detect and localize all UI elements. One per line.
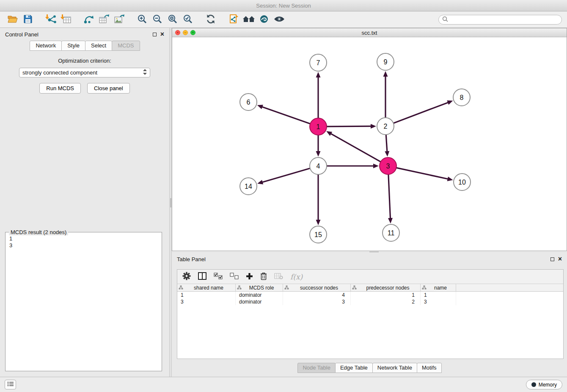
zoom-out-button[interactable] bbox=[150, 13, 165, 26]
show-panels-button[interactable] bbox=[5, 380, 16, 389]
show-columns-button[interactable] bbox=[198, 271, 206, 283]
zoom-fit-button[interactable] bbox=[165, 13, 180, 26]
export-table-icon bbox=[99, 14, 110, 25]
window-zoom-button[interactable]: + bbox=[190, 30, 195, 35]
apply-style-button[interactable] bbox=[256, 13, 272, 26]
mcds-result-line: 3 bbox=[9, 242, 158, 249]
network-canvas[interactable]: 7968124314101511 bbox=[172, 37, 567, 251]
graph-edge-arrowhead bbox=[388, 218, 393, 224]
tab-mcds[interactable]: MCDS bbox=[112, 41, 140, 51]
float-window-icon[interactable] bbox=[153, 33, 157, 36]
graph-node-6[interactable]: 6 bbox=[240, 94, 257, 110]
column-header-name[interactable]: name bbox=[421, 284, 456, 291]
cell-name[interactable]: 1 bbox=[421, 292, 456, 298]
show-details-button[interactable] bbox=[272, 13, 287, 26]
graph-node-11[interactable]: 11 bbox=[383, 224, 399, 241]
graph-node-7[interactable]: 7 bbox=[310, 54, 327, 71]
select-all-columns-button[interactable] bbox=[214, 271, 223, 283]
tab-style[interactable]: Style bbox=[61, 41, 85, 51]
vertical-splitter[interactable] bbox=[169, 28, 172, 377]
column-header-shared-name[interactable]: shared name bbox=[177, 284, 236, 291]
table-row[interactable]: 3 dominator 3 2 3 bbox=[177, 298, 563, 305]
tab-network-table[interactable]: Network Table bbox=[372, 363, 417, 373]
save-session-button[interactable] bbox=[20, 13, 36, 26]
graph-node-label: 6 bbox=[247, 99, 250, 106]
create-new-column-button[interactable] bbox=[246, 271, 253, 283]
graph-node-3[interactable]: 3 bbox=[380, 157, 396, 174]
graph-edge-arrowhead bbox=[373, 164, 379, 168]
optimization-criterion-dropdown[interactable]: strongly connected component bbox=[19, 68, 150, 77]
function-builder-button[interactable]: f(x) bbox=[290, 271, 303, 283]
graph-edge-2-8[interactable] bbox=[393, 102, 449, 124]
graph-node-2[interactable]: 2 bbox=[377, 118, 394, 135]
delete-columns-button[interactable] bbox=[260, 271, 267, 283]
refresh-view-button[interactable] bbox=[203, 13, 218, 26]
tab-edge-table[interactable]: Edge Table bbox=[335, 363, 373, 373]
cell-mcds-role[interactable]: dominator bbox=[236, 292, 283, 298]
graph-edge-1-6[interactable] bbox=[261, 107, 311, 124]
export-image-button[interactable] bbox=[112, 13, 127, 26]
graph-node-1[interactable]: 1 bbox=[310, 118, 327, 135]
graph-edge-4-14[interactable] bbox=[262, 168, 311, 182]
cell-shared-name[interactable]: 3 bbox=[177, 298, 236, 305]
tab-node-table[interactable]: Node Table bbox=[297, 363, 336, 373]
cell-successor-nodes[interactable]: 3 bbox=[283, 298, 351, 305]
graph-node-label: 7 bbox=[317, 59, 320, 66]
column-header-mcds-role[interactable]: MCDS role bbox=[236, 284, 283, 291]
table-row[interactable]: 1 dominator 4 1 1 bbox=[177, 292, 563, 298]
cell-predecessor-nodes[interactable]: 1 bbox=[351, 292, 421, 298]
graph-node-15[interactable]: 15 bbox=[310, 226, 327, 243]
graph-edge-3-11[interactable] bbox=[388, 174, 391, 219]
tab-motifs[interactable]: Motifs bbox=[417, 363, 442, 373]
cell-mcds-role[interactable]: dominator bbox=[236, 298, 283, 305]
graph-edge-3-10[interactable] bbox=[396, 168, 449, 179]
open-folder-icon bbox=[7, 14, 18, 25]
cell-predecessor-nodes[interactable]: 2 bbox=[351, 298, 421, 305]
close-panel-button[interactable]: Close panel bbox=[87, 83, 130, 94]
window-close-button[interactable]: × bbox=[175, 30, 180, 35]
graph-node-14[interactable]: 14 bbox=[240, 178, 257, 195]
graph-node-label: 10 bbox=[458, 179, 466, 186]
window-minimize-button[interactable]: − bbox=[183, 30, 188, 35]
delete-table-button[interactable] bbox=[274, 271, 283, 283]
run-mcds-button[interactable]: Run MCDS bbox=[39, 83, 81, 94]
cell-name[interactable]: 3 bbox=[421, 298, 456, 305]
main-toolbar bbox=[0, 11, 567, 28]
memory-gauge-icon bbox=[531, 382, 536, 387]
network-overview-button[interactable] bbox=[241, 13, 256, 26]
memory-button[interactable]: Memory bbox=[526, 380, 562, 389]
export-table-button[interactable] bbox=[96, 13, 112, 26]
zoom-selected-button[interactable] bbox=[180, 13, 195, 26]
graph-node-label: 11 bbox=[388, 229, 395, 237]
graph-node-4[interactable]: 4 bbox=[310, 157, 327, 174]
close-panel-icon[interactable]: × bbox=[558, 257, 562, 261]
search-input[interactable] bbox=[450, 17, 558, 22]
graph-node-9[interactable]: 9 bbox=[377, 53, 394, 70]
new-network-button[interactable] bbox=[81, 13, 96, 26]
open-file-button[interactable] bbox=[5, 13, 20, 26]
table-header-row: shared name MCDS role successor nodes pr… bbox=[177, 284, 563, 292]
zoom-in-button[interactable] bbox=[135, 13, 150, 26]
graph-node-10[interactable]: 10 bbox=[454, 174, 471, 190]
network-window-title: scc.txt bbox=[172, 30, 567, 36]
horizontal-splitter[interactable] bbox=[172, 251, 567, 253]
cell-shared-name[interactable]: 1 bbox=[177, 292, 236, 298]
tab-select[interactable]: Select bbox=[85, 41, 112, 51]
control-panel-header: Control Panel × bbox=[0, 28, 169, 41]
graph-edge-1-2[interactable] bbox=[326, 126, 372, 127]
import-network-button[interactable] bbox=[43, 13, 58, 26]
table-mode-button[interactable] bbox=[182, 271, 191, 283]
style-brush-icon bbox=[259, 14, 269, 25]
tab-network[interactable]: Network bbox=[30, 41, 62, 51]
column-header-successor-nodes[interactable]: successor nodes bbox=[283, 284, 351, 291]
graph-edge-2-3[interactable] bbox=[386, 134, 387, 152]
close-panel-icon[interactable]: × bbox=[160, 32, 164, 36]
cell-successor-nodes[interactable]: 4 bbox=[283, 292, 351, 298]
float-window-icon[interactable] bbox=[550, 257, 554, 261]
import-table-button[interactable] bbox=[58, 13, 74, 26]
graph-node-8[interactable]: 8 bbox=[453, 89, 470, 106]
graph-edge-3-1[interactable] bbox=[330, 133, 382, 162]
duplicate-network-button[interactable] bbox=[226, 13, 241, 26]
column-header-predecessor-nodes[interactable]: predecessor nodes bbox=[351, 284, 421, 291]
deselect-all-columns-button[interactable] bbox=[230, 271, 239, 283]
